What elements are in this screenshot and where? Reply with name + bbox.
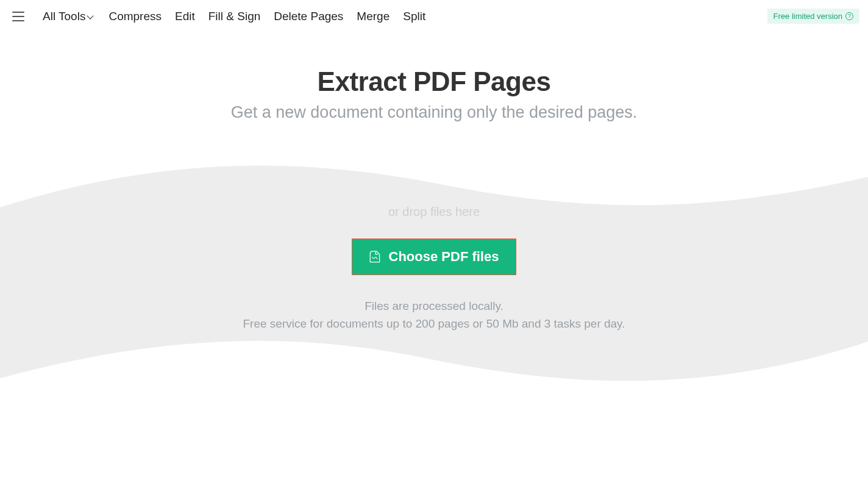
chevron-down-icon	[88, 13, 95, 21]
drop-area[interactable]: or drop files here Choose PDF files File…	[0, 146, 868, 333]
top-nav: All Tools Compress Edit Fill & Sign Dele…	[0, 0, 868, 32]
nav-delete-pages[interactable]: Delete Pages	[274, 10, 343, 23]
drop-zone-section: or drop files here Choose PDF files File…	[0, 146, 868, 488]
choose-files-button[interactable]: Choose PDF files	[352, 239, 517, 275]
page-subtitle: Get a new document containing only the d…	[0, 103, 868, 122]
help-icon	[845, 12, 853, 20]
page-title: Extract PDF Pages	[0, 66, 868, 97]
free-version-badge[interactable]: Free limited version	[767, 9, 859, 24]
info-line-1: Files are processed locally.	[0, 297, 868, 315]
pdf-file-icon	[369, 250, 380, 264]
choose-files-label: Choose PDF files	[389, 249, 499, 265]
nav-all-tools[interactable]: All Tools	[43, 10, 95, 23]
nav-fill-sign[interactable]: Fill & Sign	[208, 10, 261, 23]
drop-hint-text: or drop files here	[0, 205, 868, 219]
hero-section: Extract PDF Pages Get a new document con…	[0, 32, 868, 122]
nav-left: All Tools Compress Edit Fill & Sign Dele…	[12, 10, 425, 23]
info-line-2: Free service for documents up to 200 pag…	[0, 315, 868, 332]
nav-compress[interactable]: Compress	[108, 10, 162, 23]
hamburger-icon[interactable]	[12, 12, 24, 21]
info-text: Files are processed locally. Free servic…	[0, 297, 868, 333]
nav-all-tools-label: All Tools	[43, 10, 85, 23]
nav-merge[interactable]: Merge	[357, 10, 390, 23]
nav-split[interactable]: Split	[403, 10, 425, 23]
badge-label: Free limited version	[774, 12, 842, 21]
nav-edit[interactable]: Edit	[175, 10, 195, 23]
